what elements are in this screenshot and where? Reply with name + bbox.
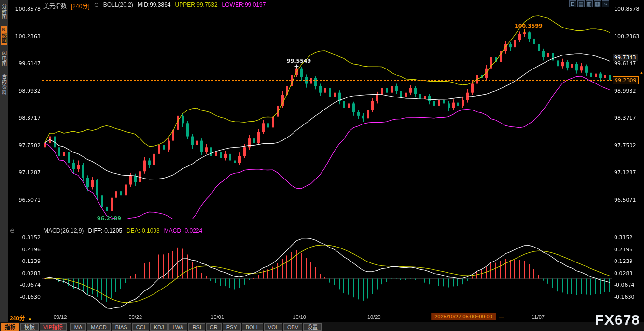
boll-upper-value: UPPER:99.7532 <box>175 1 218 10</box>
boll-indicator-name: BOLL(20,2) <box>103 1 133 10</box>
price-axis-tick: 97.1287 <box>11 169 41 176</box>
indicator-button-rsi[interactable]: RSI <box>188 323 205 331</box>
chart-annotation: 99.5549 <box>287 58 311 64</box>
footer-tab-indicators[interactable]: 指标 <box>1 323 19 331</box>
sidebar-tab-kline-chart[interactable]: K线图 <box>1 26 7 45</box>
chart-period-label: 240分 <box>10 315 25 322</box>
macd-axis-tick: -0.1630 <box>614 294 634 300</box>
sidebar-tab-contract-info[interactable]: 合约资料 <box>1 72 7 97</box>
chart-canvas[interactable] <box>0 0 644 331</box>
macd-axis-tick: 0.0283 <box>11 270 41 276</box>
current-period-dash-icon: — <box>499 314 504 320</box>
price-axis-tick: 100.8578 <box>614 6 640 12</box>
period-up-arrow-icon: ▲ <box>28 316 32 321</box>
boll-mid-value: MID:99.3864 <box>138 1 171 10</box>
macd-macd-value: MACD:-0.0224 <box>164 227 202 234</box>
price-axis-tick: 96.5071 <box>11 197 41 203</box>
current-period-label: 2025/10/27 05:00~09:00 <box>431 313 496 320</box>
indicator-button-lw[interactable]: LW& <box>168 323 187 331</box>
x-axis-date-label: 11/07 <box>532 314 545 320</box>
price-axis-tick: 98.3717 <box>11 115 41 121</box>
price-axis-tick: 97.7502 <box>11 142 41 149</box>
x-axis-date-label: 10/10 <box>293 314 306 320</box>
sidebar-tab-flash-chart[interactable]: 闪电图 <box>1 49 7 68</box>
indicator-button-kdj[interactable]: KDJ <box>150 323 168 331</box>
price-axis-tick: 98.3717 <box>614 115 636 121</box>
price-axis-tick: 100.2363 <box>614 33 640 40</box>
x-axis-date-label: 09/22 <box>129 314 142 320</box>
price-axis-tick: 97.1287 <box>614 169 636 176</box>
macd-indicator-name: MACD(26,12,9) <box>43 227 84 234</box>
x-axis-date-label: 10/20 <box>367 314 381 320</box>
macd-axis-tick: 0.2196 <box>614 247 633 253</box>
x-axis-date-label: 09/12 <box>54 314 67 320</box>
macd-axis-tick: 0.1239 <box>11 258 41 264</box>
macd-dea-value: DEA:-0.1093 <box>126 227 160 234</box>
footer-tab-vip-indicators[interactable]: VIP指标 <box>40 323 67 331</box>
grid-windows-icon[interactable]: ▦ <box>594 0 601 7</box>
macd-axis-tick: 0.3152 <box>614 234 633 241</box>
collapse-macd-panel-icon[interactable]: ⊖ <box>10 227 15 234</box>
chart-annotation: 100.3599 <box>515 23 543 29</box>
price-axis-tick: 96.5071 <box>614 197 636 203</box>
macd-axis-tick: 0.1239 <box>614 258 633 264</box>
macd-diff-value: DIFF:-0.1205 <box>88 227 122 234</box>
x-axis-date-label: 10/01 <box>210 314 224 320</box>
split-columns-icon[interactable]: ▥ <box>586 0 593 7</box>
settings-button[interactable]: 设置 <box>303 323 322 331</box>
macd-axis-tick: 0.2196 <box>11 247 41 253</box>
window-layout-buttons: ⊞▤▥▦» <box>569 0 609 7</box>
price-axis-tick: 99.6147 <box>11 60 41 67</box>
symbol-name: 美元指数 <box>43 1 67 10</box>
left-chart-type-tabs: 分时图K线图闪电图合约资料 <box>0 0 8 322</box>
macd-axis-tick: -0.1630 <box>11 294 41 300</box>
chart-period-button[interactable]: 240分 ▲ <box>10 314 32 322</box>
price-axis-tick: 98.9932 <box>11 88 41 94</box>
price-axis-tick: 100.8578 <box>11 6 41 12</box>
indicator-button-ma[interactable]: MA <box>70 323 86 331</box>
time-axis: 240分 ▲ 09/1209/2210/0110/1010/202025/10/… <box>0 313 644 321</box>
indicator-button-bias[interactable]: BIAS <box>112 323 131 331</box>
footer-tab-templates[interactable]: 模板 <box>20 323 39 331</box>
indicator-button-vol[interactable]: VOL <box>264 323 282 331</box>
price-direction-arrow-icon: ▲ <box>639 70 644 75</box>
main-chart-header: 美元指数 [240分] ⊖ BOLL(20,2) MID:99.3864 UPP… <box>43 1 266 10</box>
trading-terminal: 分时图K线图闪电图合约资料 美元指数 [240分] ⊖ BOLL(20,2) M… <box>0 0 644 331</box>
price-tag-upper: 99.7343 <box>613 54 638 61</box>
indicator-button-obv[interactable]: OBV <box>283 323 302 331</box>
price-axis-tick: 98.9932 <box>614 88 636 94</box>
split-rows-icon[interactable]: ▤ <box>577 0 585 7</box>
macd-header: MACD(26,12,9) DIFF:-0.1205 DEA:-0.1093 M… <box>43 227 202 234</box>
price-axis-tick: 97.7502 <box>614 142 636 149</box>
current-price-tag: 99.2309 <box>613 76 639 84</box>
indicator-button-cci[interactable]: CCI <box>132 323 149 331</box>
chart-annotation: 96.2109 <box>97 215 121 221</box>
indicator-button-boll[interactable]: BOLL <box>242 323 263 331</box>
tile-grid-icon[interactable]: ⊞ <box>569 0 576 7</box>
boll-lower-value: LOWER:99.0197 <box>222 1 266 10</box>
sidebar-tab-time-share-chart[interactable]: 分时图 <box>1 2 7 21</box>
macd-axis-tick: -0.0674 <box>11 282 41 288</box>
indicator-button-macd[interactable]: MACD <box>87 323 110 331</box>
indicator-button-psy[interactable]: PSY <box>223 323 241 331</box>
macd-axis-tick: -0.0674 <box>614 282 634 288</box>
macd-axis-tick: 0.3152 <box>11 234 41 241</box>
period-tag[interactable]: [240分] <box>71 1 90 10</box>
macd-axis-tick: 0.0283 <box>614 270 633 276</box>
bottom-toolbar: 指标模板VIP指标MAMACDBIASCCIKDJLW&RSICRPSYBOLL… <box>0 322 644 331</box>
price-axis-tick: 100.2363 <box>11 33 41 40</box>
collapse-main-chart-icon[interactable]: ⊖ <box>94 1 99 10</box>
indicator-button-cr[interactable]: CR <box>206 323 222 331</box>
more-windows-icon[interactable]: » <box>602 0 609 7</box>
